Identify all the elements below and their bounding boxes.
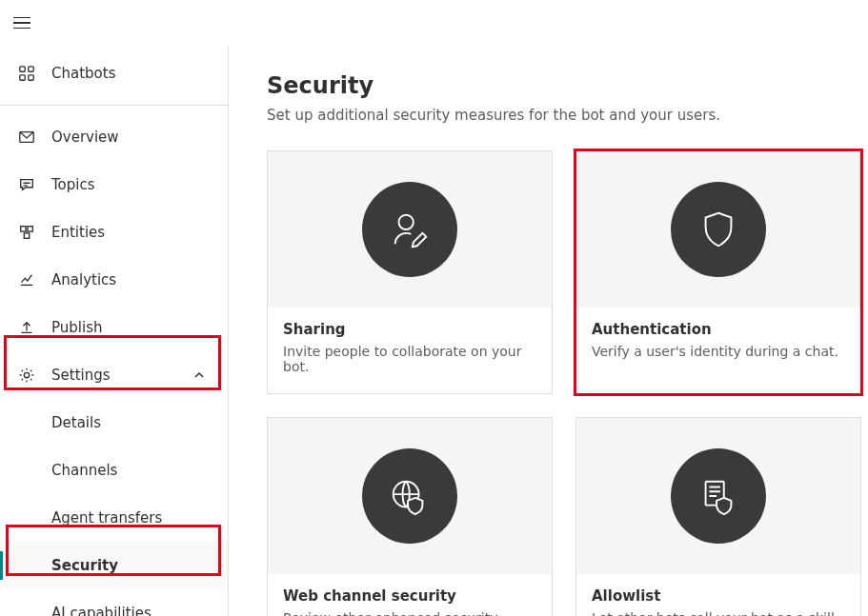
- analytics-icon: [17, 270, 36, 289]
- sidebar: Chatbots Overview Topics: [0, 46, 229, 616]
- page-title: Security: [267, 72, 830, 99]
- sidebar-item-analytics[interactable]: Analytics: [0, 256, 228, 304]
- svg-rect-5: [21, 227, 26, 231]
- list-shield-icon: [671, 448, 766, 544]
- sidebar-item-label: Chatbots: [51, 65, 115, 82]
- shield-icon: [671, 182, 766, 277]
- chat-icon: [17, 175, 36, 194]
- card-title: Sharing: [283, 321, 536, 338]
- sidebar-sub-details[interactable]: Details: [0, 399, 228, 447]
- topbar: [0, 0, 868, 46]
- card-illustration: [268, 418, 552, 574]
- svg-rect-7: [24, 233, 29, 238]
- card-allowlist[interactable]: Allowlist Let other bots call your bot a…: [575, 417, 861, 616]
- sidebar-item-label: Analytics: [51, 271, 116, 288]
- card-desc: Let other bots call your bot as a skill.: [592, 610, 845, 616]
- sidebar-item-label: Publish: [51, 319, 102, 336]
- grid-icon: [17, 64, 36, 83]
- card-desc: Verify a user's identity during a chat.: [592, 344, 845, 359]
- entities-icon: [17, 223, 36, 242]
- card-sharing[interactable]: Sharing Invite people to collaborate on …: [267, 150, 553, 394]
- sidebar-sub-security[interactable]: Security: [0, 542, 228, 589]
- main-content: Security Set up additional security meas…: [229, 46, 868, 616]
- sidebar-item-publish[interactable]: Publish: [0, 304, 228, 351]
- card-web-channel-security[interactable]: Web channel security Review other enhanc…: [267, 417, 553, 616]
- sidebar-sub-ai-capabilities[interactable]: AI capabilities: [0, 589, 228, 616]
- svg-point-9: [399, 215, 414, 229]
- sidebar-sub-label: Security: [51, 557, 118, 574]
- publish-icon: [17, 318, 36, 337]
- card-desc: Review other enhanced security options.: [283, 610, 536, 616]
- svg-rect-2: [20, 75, 25, 80]
- sidebar-sub-label: AI capabilities: [51, 605, 151, 616]
- sidebar-item-overview[interactable]: Overview: [0, 113, 228, 161]
- svg-rect-6: [28, 227, 32, 231]
- card-illustration: [576, 151, 860, 308]
- globe-shield-icon: [362, 448, 457, 544]
- sidebar-sub-agent-transfers[interactable]: Agent transfers: [0, 494, 228, 542]
- card-illustration: [576, 418, 860, 574]
- svg-point-8: [24, 372, 29, 377]
- card-authentication[interactable]: Authentication Verify a user's identity …: [575, 150, 861, 394]
- sidebar-item-label: Entities: [51, 224, 105, 241]
- svg-rect-1: [29, 67, 33, 71]
- sidebar-item-settings[interactable]: Settings: [0, 351, 228, 399]
- sidebar-item-label: Settings: [51, 367, 111, 384]
- sidebar-item-topics[interactable]: Topics: [0, 161, 228, 209]
- hamburger-menu-icon[interactable]: [13, 13, 32, 32]
- card-illustration: [268, 151, 552, 308]
- sidebar-item-entities[interactable]: Entities: [0, 209, 228, 256]
- sidebar-sub-label: Details: [51, 414, 101, 431]
- sidebar-sub-channels[interactable]: Channels: [0, 447, 228, 494]
- person-edit-icon: [362, 182, 457, 277]
- sidebar-item-chatbots[interactable]: Chatbots: [0, 50, 228, 97]
- card-title: Allowlist: [592, 587, 845, 605]
- gear-icon: [17, 366, 36, 385]
- overview-icon: [17, 128, 36, 147]
- page-subtitle: Set up additional security measures for …: [267, 107, 830, 124]
- sidebar-sub-label: Agent transfers: [51, 509, 162, 527]
- sidebar-sub-label: Channels: [51, 462, 117, 479]
- chevron-up-icon: [193, 369, 205, 381]
- card-title: Authentication: [592, 321, 845, 338]
- sidebar-item-label: Overview: [51, 129, 119, 146]
- card-desc: Invite people to collaborate on your bot…: [283, 344, 536, 374]
- sidebar-item-label: Topics: [51, 176, 95, 193]
- card-title: Web channel security: [283, 587, 536, 605]
- svg-rect-0: [20, 67, 25, 71]
- svg-rect-3: [29, 75, 33, 80]
